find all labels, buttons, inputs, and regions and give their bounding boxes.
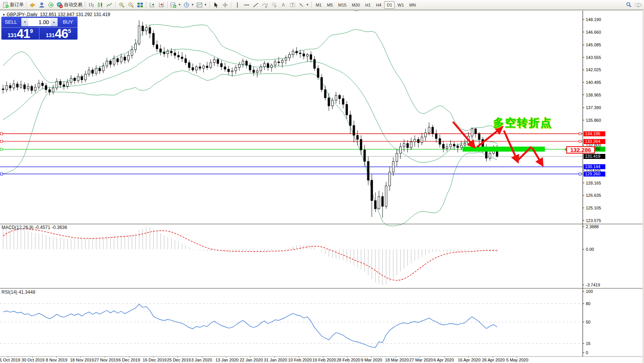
auto-trading-button[interactable]: 自动交易 [56,1,83,9]
candle-bullish [102,66,104,71]
candle-bearish [142,26,144,31]
tile-windows-button[interactable] [136,1,145,9]
arrows-button[interactable]: ▼ [297,1,310,9]
hline-handle[interactable] [0,173,3,175]
candle-bearish [360,139,362,150]
timeframe-button-M5[interactable]: M5 [324,1,335,9]
collapse-icon[interactable]: ▲ [2,13,5,16]
timeframe-button-W1[interactable]: W1 [395,1,407,9]
candle-bullish [13,84,15,88]
price-tick-label: 138.965 [586,93,601,97]
timeframe-group: M1M5M15M30H1H4D1W1MN [313,1,418,9]
hline-handle[interactable] [579,140,581,142]
candlestick-icon [97,2,103,8]
date-tick-label: 3 Jan 2020 [191,358,212,362]
separator [146,2,147,8]
candle-bearish [443,144,445,149]
bar-chart-button[interactable] [87,1,96,9]
volume-increase-button[interactable]: ▲ [51,18,57,26]
candle-bearish [31,87,33,91]
date-tick-label: 16 Apr 2020 [458,358,481,362]
search-button[interactable] [624,1,633,9]
signals-button[interactable] [46,1,56,9]
price-tag-132286[interactable]: 132.286 [566,146,595,154]
macd-main-value: -0.4571 [35,225,51,230]
rsi-line [3,304,497,347]
templates-button[interactable]: ▼ [195,1,208,9]
axis-badge-133.264: 133.264 [584,139,605,144]
hline-handle[interactable] [0,132,3,135]
chart-shift-button[interactable] [157,1,166,9]
hline-handle[interactable] [579,132,581,135]
price-tick-label: 148.190 [586,17,601,22]
timeframe-button-M30[interactable]: M30 [349,1,363,9]
profiles-button[interactable] [28,1,37,9]
chinese-annotation-text[interactable]: 多空转折点 [493,116,552,130]
timeframe-button-H1[interactable]: H1 [363,1,373,9]
chat-button[interactable] [633,1,642,9]
analysis-arrow[interactable] [477,128,502,147]
equidistant-channel-button[interactable]: E [260,1,270,9]
volume-input[interactable] [28,19,51,25]
candle-bullish [392,162,394,172]
dropdown-caret: ▼ [178,3,181,7]
candle-bullish [263,64,265,67]
hline-handle[interactable] [0,140,3,142]
candle-bullish [460,145,462,147]
crosshair-button[interactable] [221,1,230,9]
trendline-button[interactable] [251,1,260,9]
candle-bearish [328,98,330,106]
timeframe-button-MN[interactable]: MN [407,1,418,9]
price-tick-label: 143.555 [586,55,601,60]
timeframe-button-M1[interactable]: M1 [313,1,324,9]
candle-bullish [6,85,8,90]
chart-canvas[interactable]: 148.190146.660145.085143.555142.025140.4… [0,0,644,363]
rsi-tick-label: 0 [586,350,588,355]
candle-bullish [20,85,22,87]
timeframe-button-H4[interactable]: H4 [373,1,384,9]
axis-badge-130.144: 130.144 [584,164,605,169]
candle-bullish [27,87,29,89]
fibonacci-button[interactable]: F [270,1,279,9]
ohlc-low: 131.292 [76,12,92,17]
buy-button[interactable]: BUY [59,17,77,27]
timeframe-button-D1[interactable]: D1 [384,1,395,9]
hline-handle[interactable] [579,173,581,175]
tile-windows-icon [137,2,143,8]
vertical-line-button[interactable] [233,1,242,9]
hline-handle[interactable] [0,148,3,150]
candle-bullish [378,196,380,209]
candle-bearish [364,150,366,162]
zoom-in-button[interactable] [117,1,126,9]
label-button[interactable]: T [288,1,297,9]
rsi-tick-label: 80 [586,301,590,306]
horizontal-line-button[interactable] [242,1,251,9]
candle-bearish [170,51,172,53]
cursor-button[interactable] [211,1,221,9]
line-chart-button[interactable] [105,1,114,9]
arrows-icon [298,2,304,8]
candle-bullish [203,66,204,68]
candle-bullish [489,153,491,158]
candle-bullish [449,144,451,147]
text-button[interactable]: A [279,1,288,9]
indicators-button[interactable]: ▼ [169,1,182,9]
candle-bearish [117,59,119,62]
new-order-button[interactable]: 新订单 [2,1,25,9]
sell-button[interactable]: SELL [2,17,20,27]
date-tick-label: 28 Feb 2020 [337,358,360,362]
candle-bullish [428,127,430,133]
accounts-button[interactable] [37,1,46,9]
bid-price[interactable]: 131 41 9 [2,27,39,40]
candle-bullish [410,142,412,147]
candlestick-chart-button[interactable] [96,1,105,9]
volume-decrease-button[interactable]: ▼ [21,18,28,26]
zoom-out-button[interactable] [126,1,136,9]
timeframe-button-M15[interactable]: M15 [335,1,349,9]
periods-button[interactable]: ▼ [182,1,195,9]
candle-bullish [210,63,212,68]
buy-button-label: BUY [63,19,73,25]
ask-price[interactable]: 131 46 5 [39,27,77,40]
auto-scroll-button[interactable] [148,1,157,9]
candle-bearish [314,59,315,68]
